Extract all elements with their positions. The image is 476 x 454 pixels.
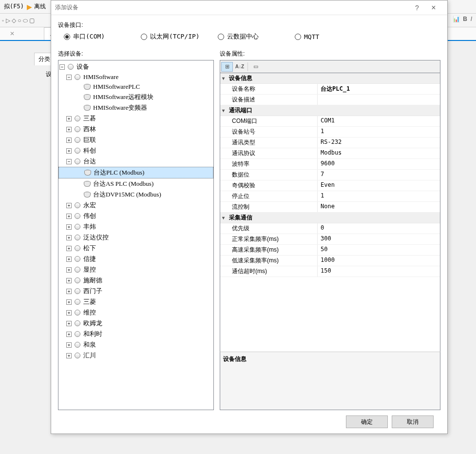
interface-radio-2[interactable]: 云数据中心 xyxy=(218,32,286,41)
property-row[interactable]: 数据位7 xyxy=(220,170,440,180)
property-row[interactable]: 高速采集频率(ms)50 xyxy=(220,245,440,256)
property-row[interactable]: COM端口COM1 xyxy=(220,116,440,127)
tree-node[interactable]: +三菱 xyxy=(58,296,213,307)
property-value[interactable]: 7 xyxy=(318,170,440,180)
expand-icon[interactable]: + xyxy=(66,138,72,143)
tree-leaf[interactable]: HMISoftware变频器 xyxy=(58,102,213,113)
expand-icon[interactable]: + xyxy=(66,257,72,262)
property-row[interactable]: 设备描述 xyxy=(220,95,440,105)
property-value[interactable]: None xyxy=(318,202,440,212)
property-value[interactable]: Modbus xyxy=(318,148,440,158)
property-row[interactable]: 正常采集频率(ms)300 xyxy=(220,234,440,245)
property-category[interactable]: ▾设备信息 xyxy=(220,73,440,84)
tree-node[interactable]: +三碁 xyxy=(58,113,213,124)
property-value[interactable]: COM1 xyxy=(318,116,440,126)
property-row[interactable]: 通讯协议Modbus xyxy=(220,148,440,159)
expand-icon[interactable]: + xyxy=(66,342,72,348)
expand-icon[interactable]: + xyxy=(66,127,72,132)
expand-icon[interactable]: + xyxy=(66,310,72,316)
tree-node[interactable]: +汇川 xyxy=(58,350,213,361)
property-row[interactable]: 奇偶校验Even xyxy=(220,180,440,191)
property-row[interactable]: 波特率9600 xyxy=(220,159,440,170)
property-row[interactable]: 设备名称台达PLC_1 xyxy=(220,84,440,95)
tree-node[interactable]: +显控 xyxy=(58,264,213,275)
tree-root[interactable]: −设备 xyxy=(58,61,213,72)
collapse-icon[interactable]: − xyxy=(66,75,72,80)
cancel-button[interactable]: 取消 xyxy=(392,415,434,428)
tree-node[interactable]: +欧姆龙 xyxy=(58,318,213,329)
expand-icon[interactable]: + xyxy=(66,148,72,154)
property-value[interactable]: 300 xyxy=(318,234,440,244)
property-value[interactable]: 9600 xyxy=(318,159,440,169)
expand-icon[interactable]: + xyxy=(66,299,72,305)
property-value[interactable]: 150 xyxy=(318,266,440,276)
expand-icon[interactable]: + xyxy=(66,267,72,273)
tree-node[interactable]: +伟创 xyxy=(58,211,213,221)
property-value[interactable]: 1 xyxy=(318,127,440,137)
play-icon[interactable]: ▶ xyxy=(27,3,32,11)
property-value[interactable]: Even xyxy=(318,180,440,191)
expand-icon[interactable]: + xyxy=(66,332,72,337)
prop-categorized-button[interactable]: ⊞ xyxy=(221,62,233,72)
tree-leaf[interactable]: HMISoftwarePLC xyxy=(58,82,213,92)
property-value[interactable]: RS-232 xyxy=(318,138,440,148)
tree-node[interactable]: +泛达仪控 xyxy=(58,232,213,243)
tree-node[interactable]: +施耐德 xyxy=(58,275,213,286)
device-tree[interactable]: −设备−HMISoftwareHMISoftwarePLCHMISoftware… xyxy=(58,60,214,410)
property-value[interactable]: 0 xyxy=(318,223,440,234)
property-value[interactable]: 1000 xyxy=(318,256,440,266)
tree-node[interactable]: +丰炜 xyxy=(58,221,213,232)
property-row[interactable]: 设备站号1 xyxy=(220,127,440,138)
interface-radio-0[interactable]: 串口(COM) xyxy=(64,32,132,41)
property-row[interactable]: 优先级0 xyxy=(220,223,440,234)
tree-node[interactable]: +西林 xyxy=(58,124,213,135)
property-row[interactable]: 通讯类型RS-232 xyxy=(220,138,440,148)
expand-icon[interactable]: + xyxy=(66,321,72,326)
property-category[interactable]: ▾采集通信 xyxy=(220,213,440,223)
expand-icon[interactable]: + xyxy=(66,246,72,251)
expand-icon[interactable]: + xyxy=(66,214,72,219)
expand-icon[interactable]: + xyxy=(66,224,72,230)
property-value[interactable]: 1 xyxy=(318,191,440,201)
close-tab-icon[interactable]: ✕ xyxy=(10,30,15,37)
prop-pages-button[interactable]: ▭ xyxy=(250,62,262,72)
tree-node[interactable]: +和利时 xyxy=(58,329,213,339)
tree-node[interactable]: +信捷 xyxy=(58,254,213,264)
bg-simulate-button[interactable]: 拟(F5) xyxy=(2,1,26,12)
expand-icon[interactable]: + xyxy=(66,203,72,208)
tree-leaf[interactable]: 台达DVP15MC (Modbus) xyxy=(58,189,213,200)
property-value[interactable] xyxy=(318,95,440,105)
chart-icon[interactable]: 📊 xyxy=(453,16,460,22)
italic-button[interactable]: I xyxy=(471,16,472,22)
tree-leaf[interactable]: 台达PLC (Modbus) xyxy=(58,167,213,178)
tree-node[interactable]: +维控 xyxy=(58,307,213,318)
dialog-titlebar[interactable]: 添加设备 ? × xyxy=(51,0,447,15)
property-value[interactable]: 台达PLC_1 xyxy=(318,84,440,94)
property-value[interactable]: 50 xyxy=(318,245,440,255)
expand-icon[interactable]: + xyxy=(66,278,72,283)
close-button[interactable]: × xyxy=(424,3,443,12)
expand-icon[interactable]: + xyxy=(66,235,72,240)
property-row[interactable]: 通信超时(ms)150 xyxy=(220,266,440,277)
expand-icon[interactable]: + xyxy=(66,289,72,294)
bold-button[interactable]: B xyxy=(463,16,467,22)
tree-node[interactable]: +和泉 xyxy=(58,339,213,350)
help-button[interactable]: ? xyxy=(410,4,424,12)
interface-radio-1[interactable]: 以太网(TCP/IP) xyxy=(141,32,209,41)
property-row[interactable]: 流控制None xyxy=(220,202,440,213)
collapse-icon[interactable]: − xyxy=(66,159,72,164)
tree-node[interactable]: +西门子 xyxy=(58,286,213,296)
property-row[interactable]: 低速采集频率(ms)1000 xyxy=(220,256,440,266)
property-category[interactable]: ▾通讯端口 xyxy=(220,105,440,116)
tree-node[interactable]: +永宏 xyxy=(58,200,213,211)
interface-radio-3[interactable]: MQTT xyxy=(295,32,363,41)
tree-leaf[interactable]: 台达AS PLC (Modbus) xyxy=(58,178,213,189)
tree-node[interactable]: −台达 xyxy=(58,156,213,167)
property-grid[interactable]: ▾设备信息设备名称台达PLC_1设备描述▾通讯端口COM端口COM1设备站号1通… xyxy=(220,73,440,352)
tree-node[interactable]: +巨联 xyxy=(58,135,213,145)
prop-alphabetical-button[interactable]: A↓Z xyxy=(234,62,246,72)
property-row[interactable]: 停止位1 xyxy=(220,191,440,202)
collapse-icon[interactable]: − xyxy=(59,64,65,70)
tree-node[interactable]: +科创 xyxy=(58,145,213,156)
expand-icon[interactable]: + xyxy=(66,353,72,358)
